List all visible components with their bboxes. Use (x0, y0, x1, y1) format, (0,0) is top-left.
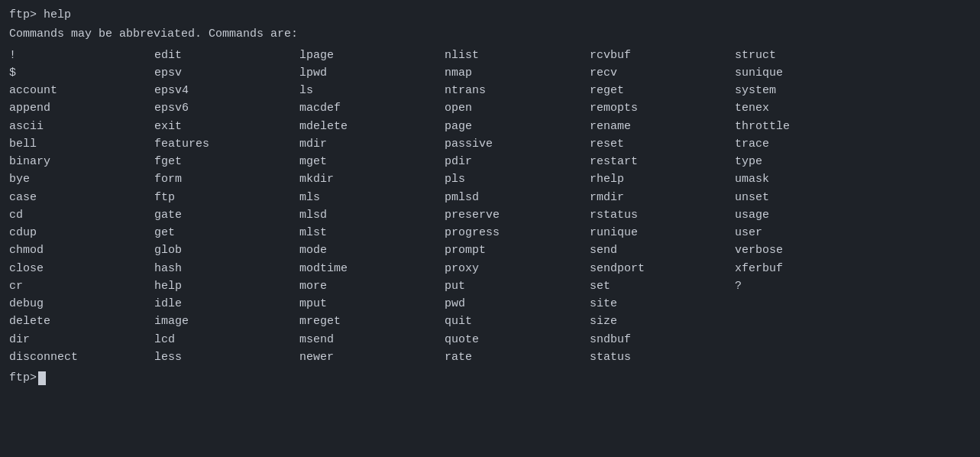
cmd-item: mode (299, 241, 445, 259)
cmd-item: rate (445, 348, 590, 366)
cmd-item: delete (9, 313, 154, 330)
cmd-item: pwd (445, 295, 590, 313)
terminal: ftp> help Commands may be abbreviated. C… (9, 6, 971, 387)
cmd-item: preserve (445, 206, 590, 224)
cmd-item: epsv6 (154, 99, 299, 117)
cmd-item: quote (445, 331, 590, 348)
cmd-item: fget (154, 153, 299, 170)
cmd-item: hash (154, 260, 299, 277)
cmd-item: rcvbuf (590, 47, 735, 64)
cmd-item: ftp (154, 189, 299, 206)
cmd-item: gate (154, 206, 299, 224)
cmd-item: status (590, 348, 735, 366)
cursor (38, 371, 46, 385)
cmd-item: mput (299, 295, 445, 313)
cmd-item: mget (299, 153, 445, 170)
header-line-1: ftp> help (9, 6, 971, 24)
cmd-item: restart (590, 153, 735, 170)
cmd-item: nmap (445, 64, 590, 82)
cmd-item: rstatus (590, 206, 735, 224)
cmd-item: prompt (445, 241, 590, 259)
cmd-item: mlsd (299, 206, 445, 224)
cmd-item: lcd (154, 331, 299, 348)
cmd-item: pmlsd (445, 189, 590, 206)
cmd-item: site (590, 295, 735, 313)
cmd-item: ! (9, 47, 154, 64)
cmd-item: sunique (735, 64, 880, 82)
cmd-item: image (154, 313, 299, 330)
cmd-item (735, 313, 880, 330)
cmd-item: modtime (299, 260, 445, 277)
cmd-item: lpage (299, 47, 445, 64)
cmd-item: cr (9, 277, 154, 295)
cmd-item: mls (299, 189, 445, 206)
cmd-item: more (299, 277, 445, 295)
cmd-item: ascii (9, 118, 154, 135)
cmd-item: open (445, 99, 590, 117)
cmd-item: mlst (299, 224, 445, 241)
cmd-item: close (9, 260, 154, 277)
cmd-item: cd (9, 206, 154, 224)
cmd-item: reget (590, 82, 735, 99)
cmd-item: case (9, 189, 154, 206)
cmd-item: trace (735, 135, 880, 153)
cmd-item: idle (154, 295, 299, 313)
cmd-item: page (445, 118, 590, 135)
cmd-item: lpwd (299, 64, 445, 82)
cmd-item: usage (735, 206, 880, 224)
cmd-item: reset (590, 135, 735, 153)
cmd-item: macdef (299, 99, 445, 117)
cmd-item: exit (154, 118, 299, 135)
cmd-item: quit (445, 313, 590, 330)
cmd-item: send (590, 241, 735, 259)
cmd-item: mkdir (299, 170, 445, 188)
cmd-item: pls (445, 170, 590, 188)
cmd-item: struct (735, 47, 880, 64)
cmd-item: epsv (154, 64, 299, 82)
cmd-item: sndbuf (590, 331, 735, 348)
cmd-item: mdelete (299, 118, 445, 135)
cmd-item: form (154, 170, 299, 188)
cmd-item: msend (299, 331, 445, 348)
cmd-item: account (9, 82, 154, 99)
cmd-item: bell (9, 135, 154, 153)
cmd-item: ? (735, 277, 880, 295)
commands-grid: !editlpagenlistrcvbufstruct$epsvlpwdnmap… (9, 47, 971, 367)
cmd-item: chmod (9, 241, 154, 259)
cmd-item: pdir (445, 153, 590, 170)
cmd-item: dir (9, 331, 154, 348)
cmd-item (735, 295, 880, 313)
cmd-item: $ (9, 64, 154, 82)
cmd-item: verbose (735, 241, 880, 259)
cmd-item: rmdir (590, 189, 735, 206)
cmd-item: ntrans (445, 82, 590, 99)
cmd-item: type (735, 153, 880, 170)
cmd-item: glob (154, 241, 299, 259)
cmd-item: runique (590, 224, 735, 241)
cmd-item: set (590, 277, 735, 295)
cmd-item: debug (9, 295, 154, 313)
cmd-item: epsv4 (154, 82, 299, 99)
cmd-item: user (735, 224, 880, 241)
cmd-item: disconnect (9, 348, 154, 366)
header-line-2: Commands may be abbreviated. Commands ar… (9, 25, 971, 43)
cmd-item: sendport (590, 260, 735, 277)
cmd-item (735, 348, 880, 366)
cmd-item: rhelp (590, 170, 735, 188)
prompt-text: ftp> (9, 369, 37, 387)
cmd-item: less (154, 348, 299, 366)
cmd-item (735, 331, 880, 348)
cmd-item: size (590, 313, 735, 330)
cmd-item: xferbuf (735, 260, 880, 277)
cmd-item: tenex (735, 99, 880, 117)
cmd-item: passive (445, 135, 590, 153)
cmd-item: remopts (590, 99, 735, 117)
cmd-item: newer (299, 348, 445, 366)
prompt-line[interactable]: ftp> (9, 369, 971, 387)
cmd-item: progress (445, 224, 590, 241)
cmd-item: get (154, 224, 299, 241)
cmd-item: edit (154, 47, 299, 64)
cmd-item: umask (735, 170, 880, 188)
cmd-item: rename (590, 118, 735, 135)
cmd-item: nlist (445, 47, 590, 64)
